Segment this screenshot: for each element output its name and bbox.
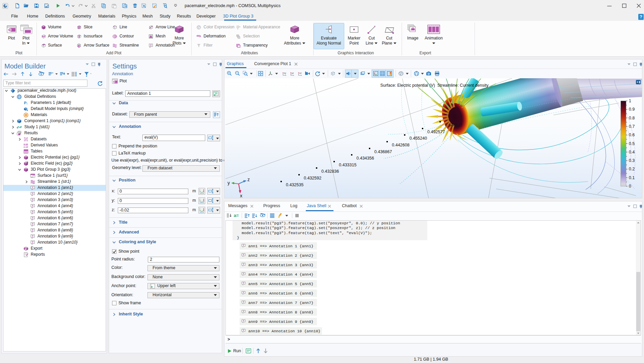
svg-text:0.433315: 0.433315 [339, 163, 356, 167]
svg-text:0.644517: 0.644517 [445, 123, 462, 128]
svg-text:0.1: 0.1 [629, 175, 635, 180]
svg-text:8.85: 8.85 [24, 143, 28, 146]
svg-text:0.9: 0.9 [629, 107, 635, 112]
svg-text:0.492577: 0.492577 [427, 130, 445, 134]
svg-text:0.2: 0.2 [629, 167, 635, 171]
svg-text:0.434356: 0.434356 [356, 156, 374, 161]
svg-text:0.432535: 0.432535 [286, 183, 303, 187]
svg-text:0.436867: 0.436867 [374, 149, 392, 154]
svg-text:0.432836: 0.432836 [321, 169, 339, 174]
svg-text:Surface: Electric potential (V: Surface: Electric potential (V) Streamli… [380, 83, 489, 88]
svg-text:y: y [227, 180, 230, 186]
svg-text:xz: xz [299, 72, 302, 74]
svg-text:x: x [240, 193, 242, 198]
svg-text:0.442608: 0.442608 [392, 143, 409, 147]
svg-text:yz: yz [292, 72, 294, 75]
svg-text:0.7: 0.7 [629, 124, 635, 129]
svg-text:0.4: 0.4 [629, 150, 635, 155]
svg-text:0.5: 0.5 [629, 141, 635, 146]
svg-text:1: 1 [629, 99, 631, 103]
svg-text:z: z [247, 177, 250, 182]
svg-text:0.6: 0.6 [629, 133, 635, 137]
svg-text:0.455240: 0.455240 [409, 136, 427, 141]
svg-text:0.3: 0.3 [629, 158, 635, 163]
svg-text:xy: xy [284, 72, 287, 75]
svg-text:P: P [24, 101, 26, 105]
svg-text:i: i [27, 102, 27, 105]
svg-text:0: 0 [629, 184, 631, 189]
svg-text:0.8: 0.8 [629, 116, 635, 120]
svg-text:0.432592: 0.432592 [304, 176, 321, 180]
svg-text:e-12: e-12 [24, 146, 28, 148]
